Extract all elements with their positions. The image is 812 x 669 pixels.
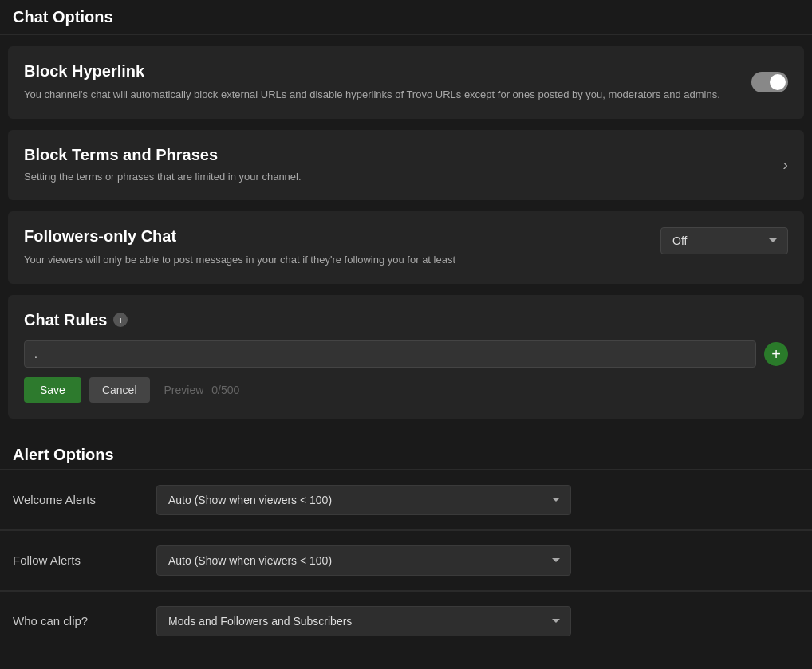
char-count: 0/500 bbox=[211, 384, 239, 396]
alert-options-title: Alert Options bbox=[13, 446, 799, 464]
add-rule-button[interactable]: + bbox=[764, 342, 788, 366]
block-terms-card[interactable]: Block Terms and Phrases Setting the term… bbox=[8, 130, 804, 201]
welcome-alerts-select[interactable]: Always Show Auto (Show when viewers < 10… bbox=[156, 485, 571, 515]
add-icon: + bbox=[771, 346, 781, 362]
followers-only-card: Followers-only Chat Your viewers will on… bbox=[8, 211, 804, 284]
block-hyperlink-title: Block Hyperlink bbox=[24, 62, 720, 81]
block-hyperlink-description: You channel's chat will automatically bl… bbox=[24, 87, 720, 103]
follow-alerts-select[interactable]: Always Show Auto (Show when viewers < 10… bbox=[156, 545, 571, 576]
follow-alerts-row: Follow Alerts Always Show Auto (Show whe… bbox=[0, 530, 812, 590]
block-hyperlink-card: Block Hyperlink You channel's chat will … bbox=[8, 46, 804, 119]
main-content: Block Hyperlink You channel's chat will … bbox=[0, 46, 812, 419]
page-header: Chat Options bbox=[0, 0, 812, 35]
followers-only-title: Followers-only Chat bbox=[24, 227, 644, 246]
welcome-alerts-label: Welcome Alerts bbox=[13, 493, 156, 506]
block-terms-description: Setting the terms or phrases that are li… bbox=[24, 169, 302, 185]
save-button[interactable]: Save bbox=[24, 377, 81, 403]
who-can-clip-select[interactable]: Everyone Followers Subscribers Mods Mods… bbox=[156, 606, 571, 636]
block-terms-chevron: › bbox=[782, 155, 788, 174]
followers-only-description: Your viewers will only be able to post m… bbox=[24, 252, 644, 268]
followers-only-select[interactable]: Off 1 minute 5 minutes 10 minutes 30 min… bbox=[660, 227, 788, 254]
followers-only-right: Off 1 minute 5 minutes 10 minutes 30 min… bbox=[660, 227, 788, 254]
cancel-button[interactable]: Cancel bbox=[89, 377, 150, 403]
who-can-clip-label: Who can clip? bbox=[13, 614, 156, 628]
chat-rules-input[interactable] bbox=[24, 340, 756, 368]
welcome-alerts-row: Welcome Alerts Always Show Auto (Show wh… bbox=[0, 470, 812, 529]
block-hyperlink-text: Block Hyperlink You channel's chat will … bbox=[24, 62, 720, 103]
chat-rules-actions: Save Cancel Preview 0/500 bbox=[24, 377, 788, 403]
block-hyperlink-row: Block Hyperlink You channel's chat will … bbox=[24, 62, 788, 103]
page-title: Chat Options bbox=[13, 8, 799, 26]
chat-rules-input-row: + bbox=[24, 340, 788, 368]
chat-rules-card: Chat Rules i + Save Cancel Preview 0/500 bbox=[8, 295, 804, 419]
who-can-clip-row: Who can clip? Everyone Followers Subscri… bbox=[0, 591, 812, 651]
followers-only-left: Followers-only Chat Your viewers will on… bbox=[24, 227, 644, 268]
preview-label: Preview bbox=[164, 384, 204, 396]
block-hyperlink-toggle[interactable] bbox=[751, 72, 788, 92]
block-terms-left: Block Terms and Phrases Setting the term… bbox=[24, 146, 302, 185]
toggle-slider bbox=[751, 72, 788, 92]
block-terms-title: Block Terms and Phrases bbox=[24, 146, 302, 164]
alert-options-header: Alert Options bbox=[0, 430, 812, 469]
followers-only-row: Followers-only Chat Your viewers will on… bbox=[24, 227, 788, 268]
chat-rules-label: Chat Rules bbox=[24, 311, 107, 329]
follow-alerts-label: Follow Alerts bbox=[13, 553, 156, 567]
info-icon[interactable]: i bbox=[113, 313, 128, 327]
chat-rules-top: Chat Rules i bbox=[24, 311, 788, 329]
